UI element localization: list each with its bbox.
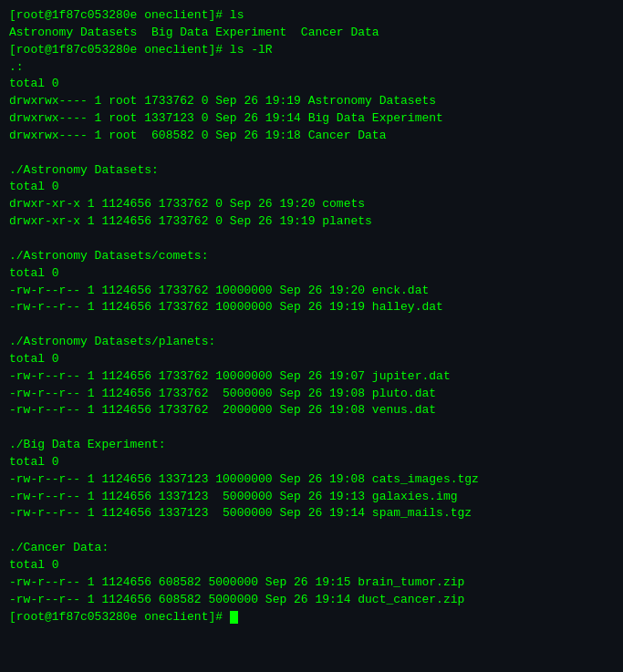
terminal-cursor: [230, 611, 238, 624]
terminal-output: [root@1f87c053280e oneclient]# ls Astron…: [9, 7, 614, 625]
